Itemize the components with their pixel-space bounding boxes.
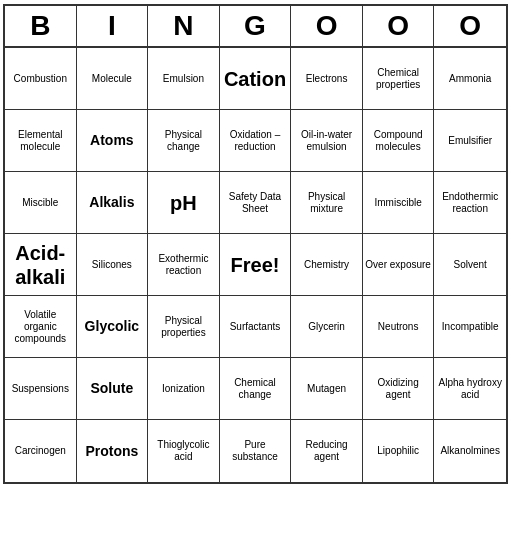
header-cell-N: N [148,6,220,46]
cell-r0-c6: Ammonia [434,48,506,110]
cell-r2-c5: Immiscible [363,172,435,234]
cell-r3-c3: Free! [220,234,292,296]
cell-r0-c3: Cation [220,48,292,110]
cell-r0-c1: Molecule [77,48,149,110]
cell-r5-c1: Solute [77,358,149,420]
cell-r2-c2: pH [148,172,220,234]
cell-r4-c0: Volatile organic compounds [5,296,77,358]
cell-r3-c4: Chemistry [291,234,363,296]
cell-r1-c5: Compound molecules [363,110,435,172]
header-cell-I: I [77,6,149,46]
header-cell-O: O [363,6,435,46]
cell-r0-c2: Emulsion [148,48,220,110]
cell-r6-c1: Protons [77,420,149,482]
cell-r4-c3: Surfactants [220,296,292,358]
cell-r5-c2: Ionization [148,358,220,420]
cell-r6-c3: Pure substance [220,420,292,482]
header-row: BINGOOO [5,6,506,48]
cell-r3-c6: Solvent [434,234,506,296]
cell-r0-c5: Chemical properties [363,48,435,110]
cell-r0-c0: Combustion [5,48,77,110]
cell-r4-c5: Neutrons [363,296,435,358]
cell-r2-c1: Alkalis [77,172,149,234]
header-cell-O: O [434,6,506,46]
cell-r5-c0: Suspensions [5,358,77,420]
cell-r4-c4: Glycerin [291,296,363,358]
cell-r1-c6: Emulsifier [434,110,506,172]
header-cell-O: O [291,6,363,46]
cell-r2-c0: Miscible [5,172,77,234]
cell-r1-c0: Elemental molecule [5,110,77,172]
cell-r4-c1: Glycolic [77,296,149,358]
cell-r3-c0: Acid-alkali [5,234,77,296]
header-cell-G: G [220,6,292,46]
cell-r1-c2: Physical change [148,110,220,172]
cell-r3-c5: Over exposure [363,234,435,296]
cell-r2-c3: Safety Data Sheet [220,172,292,234]
cell-r3-c1: Silicones [77,234,149,296]
cell-r6-c0: Carcinogen [5,420,77,482]
cell-r5-c6: Alpha hydroxy acid [434,358,506,420]
cell-r6-c5: Lipophilic [363,420,435,482]
cell-r1-c4: Oil-in-water emulsion [291,110,363,172]
cell-r5-c3: Chemical change [220,358,292,420]
cell-r6-c6: Alkanolmines [434,420,506,482]
cell-r6-c4: Reducing agent [291,420,363,482]
cell-r3-c2: Exothermic reaction [148,234,220,296]
bingo-grid: CombustionMoleculeEmulsionCationElectron… [5,48,506,482]
bingo-card: BINGOOO CombustionMoleculeEmulsionCation… [3,4,508,484]
cell-r2-c4: Physical mixture [291,172,363,234]
header-cell-B: B [5,6,77,46]
cell-r4-c2: Physical properties [148,296,220,358]
cell-r2-c6: Endothermic reaction [434,172,506,234]
cell-r4-c6: Incompatible [434,296,506,358]
cell-r0-c4: Electrons [291,48,363,110]
cell-r6-c2: Thioglycolic acid [148,420,220,482]
cell-r5-c4: Mutagen [291,358,363,420]
cell-r5-c5: Oxidizing agent [363,358,435,420]
cell-r1-c3: Oxidation – reduction [220,110,292,172]
cell-r1-c1: Atoms [77,110,149,172]
